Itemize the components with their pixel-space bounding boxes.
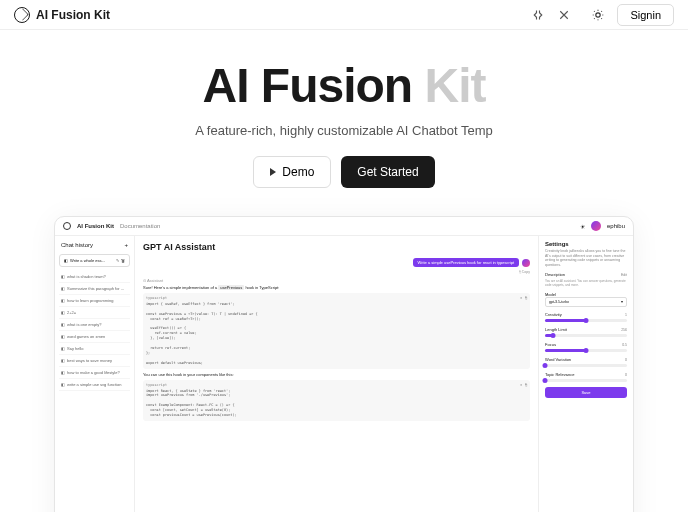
chat-item-label: best ways to save money [67,358,112,363]
code-lang-2: typescript [146,383,167,387]
main-header: AI Fusion Kit Signin [0,0,688,30]
code-content-1: import { useRef, useEffect } from 'react… [146,302,527,366]
logo-icon [14,7,30,23]
ss-avatar[interactable] [591,221,601,231]
user-message: Write a simple usePrevious hook for reac… [413,258,530,267]
msg-icon: ◧ [61,334,65,339]
word-field: Word Variation 0 [545,357,627,367]
github-icon[interactable] [531,8,545,22]
word-slider[interactable] [545,364,627,367]
x-icon[interactable] [557,8,571,22]
code-block-1: typescript ⬇ ⎘ import { useRef, useEffec… [143,293,530,369]
chat-history-item[interactable]: ◧Summarize this paragraph for ... [59,283,130,295]
pencil-icon[interactable]: ✎ [116,258,119,263]
hero-subtitle: A feature-rich, highly customizable AI C… [20,123,668,138]
chat-item-label: what is one empty? [67,322,101,327]
chat-item-label: write a simple use svg function [67,382,121,387]
ss-body: Chat history + ◧ Write a whole ess... ✎ … [55,236,633,512]
hero-buttons: Demo Get Started [20,156,668,188]
hero-title-main: AI Fusion [203,59,425,112]
chat-history-item[interactable]: ◧how to learn programming [59,295,130,307]
ss-logo-icon [63,222,71,230]
logo-text: AI Fusion Kit [36,8,110,22]
chat-item-label: how to make a good lifestyle? [67,370,120,375]
description-text: You are an AI assistant. You can answer … [545,279,627,287]
chat-history-item[interactable]: ◧write a simple use svg function [59,379,130,391]
msg-icon: ◧ [61,286,65,291]
length-slider[interactable] [545,334,627,337]
demo-button[interactable]: Demo [253,156,331,188]
chat-history-item[interactable]: ◧2+2= [59,307,130,319]
code-block-2: typescript ⬇ ⎘ import React, { useState … [143,380,530,421]
assistant-intro-text: Sure! Here's a simple implementation of … [143,285,218,290]
word-value: 0 [625,358,627,362]
header-right: Signin [531,4,674,26]
code-actions-2: ⬇ ⎘ [520,383,527,387]
chat-history-item[interactable]: ◧word games on xmen [59,331,130,343]
current-chat-item[interactable]: ◧ Write a whole ess... ✎ 🗑 [59,254,130,267]
creativity-field: Creativity 1 [545,312,627,322]
copy-code-icon[interactable]: ⎘ [525,296,527,300]
chat-history-item[interactable]: ◧Say hello [59,343,130,355]
between-text: You can use this hook in your components… [143,372,530,377]
ss-sidebar-header: Chat history + [59,240,130,250]
model-select[interactable]: gpt-3.5-turbo ▾ [545,297,627,307]
chat-history-title: Chat history [61,242,93,248]
assistant-intro: Sure! Here's a simple implementation of … [143,285,530,290]
signin-button[interactable]: Signin [617,4,674,26]
description-label: Description [545,272,565,277]
model-field: Model gpt-3.5-turbo ▾ [545,292,627,307]
ss-header-left: AI Fusion Kit Documentation [63,222,160,230]
current-chat-label: Write a whole ess... [70,258,114,263]
chat-item-label: how to learn programming [67,298,113,303]
ss-theme-icon[interactable]: ☀ [580,223,585,230]
focus-field: Focus 0.5 [545,342,627,352]
new-chat-icon[interactable]: + [124,242,128,248]
download-icon[interactable]: ⬇ [520,296,522,300]
chat-history-item[interactable]: ◧what is shadcn team? [59,271,130,283]
chat-item-label: what is shadcn team? [67,274,106,279]
user-bubble: Write a simple usePrevious hook for reac… [413,258,519,267]
get-started-button[interactable]: Get Started [341,156,434,188]
header-left: AI Fusion Kit [14,7,110,23]
svg-point-0 [596,12,600,16]
topic-slider[interactable] [545,379,627,382]
topic-value: 0 [625,373,627,377]
hook-name: usePrevious [218,285,244,290]
edit-link[interactable]: Edit [621,273,627,277]
msg-icon: ◧ [61,346,65,351]
save-button[interactable]: Save [545,387,627,398]
focus-value: 0.5 [622,343,627,347]
demo-label: Demo [282,165,314,179]
chat-history-item[interactable]: ◧best ways to save money [59,355,130,367]
hero-section: AI Fusion Kit A feature-rich, highly cus… [0,30,688,206]
settings-panel: Settings Creativity knob jailbreaks allo… [538,236,633,512]
ss-sidebar: Chat history + ◧ Write a whole ess... ✎ … [55,236,135,512]
chat-history-item[interactable]: ◧how to make a good lifestyle? [59,367,130,379]
theme-icon[interactable] [591,8,605,22]
code-header-2: typescript ⬇ ⎘ [146,383,527,387]
ss-documentation-link[interactable]: Documentation [120,223,160,229]
description-field: Description Edit You are an AI assistant… [545,272,627,287]
creativity-label: Creativity [545,312,562,317]
trash-icon[interactable]: 🗑 [121,258,125,263]
word-label: Word Variation [545,357,571,362]
code-content-2: import React, { useState } from 'react';… [146,389,527,418]
user-avatar [522,259,530,267]
settings-title: Settings [545,241,627,247]
creativity-slider[interactable] [545,319,627,322]
copy-button[interactable]: ⎘ Copy [519,270,530,274]
chat-title: GPT AI Assistant [143,242,530,252]
copy-code-icon-2[interactable]: ⎘ [525,383,527,387]
chat-history-item[interactable]: ◧what is one empty? [59,319,130,331]
msg-icon: ◧ [64,258,68,263]
focus-slider[interactable] [545,349,627,352]
topic-field: Topic Relevance 0 [545,372,627,382]
code-actions-1: ⬇ ⎘ [520,296,527,300]
chat-item-label: word games on xmen [67,334,105,339]
length-field: Length Limit 256 [545,327,627,337]
code-lang-1: typescript [146,296,167,300]
download-icon-2[interactable]: ⬇ [520,383,522,387]
msg-icon: ◧ [61,310,65,315]
model-value: gpt-3.5-turbo [549,300,569,304]
